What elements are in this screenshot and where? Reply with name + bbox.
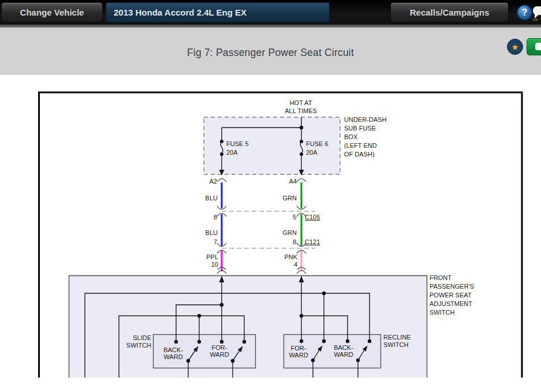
seat-switch-box <box>69 276 427 378</box>
wire-color-ppl: PPL <box>193 253 218 262</box>
slide-backward-line2: WARD <box>157 353 189 361</box>
slide-switch-label-line2: SWITCH <box>121 342 151 350</box>
switch-box-label-line1: FRONT <box>430 274 452 282</box>
pin-8-c121: 8 <box>279 238 296 247</box>
pin-8-c105: 8 <box>200 214 217 222</box>
wire-color-pnk: PNK <box>273 253 297 262</box>
pin-4: 4 <box>279 261 297 269</box>
fuse6-rating: 20A <box>306 149 318 157</box>
fuse-box-label-line3: BOX <box>344 133 357 141</box>
wire-color-grn-2: GRN <box>272 229 297 237</box>
wire-color-grn-1: GRN <box>272 195 297 203</box>
power-source-label-line1: HOT AT <box>281 99 321 107</box>
wiring-diagram-svg <box>0 0 541 392</box>
pin-5-c105: 5 <box>279 214 296 222</box>
switch-box-label-line5: SWITCH <box>430 309 454 317</box>
app-window: Change Vehicle 2013 Honda Accord 2.4L En… <box>0 0 541 392</box>
switch-box-label-line2: PASSENGER'S <box>430 283 474 291</box>
connector-c105-link[interactable]: C105 <box>305 214 320 222</box>
wiring-diagram: HOT AT ALL TIMES UNDER-DASH SUB FUSE BOX… <box>0 0 541 392</box>
fuse5-rating: 20A <box>226 149 238 157</box>
wire-color-blu-2: BLU <box>193 229 218 237</box>
connector-lines <box>222 211 315 248</box>
recline-switch-label-line1: RECLINE <box>383 334 411 342</box>
fuse-box-label-line4: (LEFT END <box>344 142 377 150</box>
switch-box-label-line3: POWER SEAT <box>430 292 472 300</box>
fuse6-name: FUSE 6 <box>306 140 329 148</box>
pin-10: 10 <box>200 261 218 269</box>
fuse-box-label-line2: SUB FUSE <box>344 125 376 133</box>
recline-backward-line2: WARD <box>327 351 360 359</box>
slide-forward-line2: WARD <box>203 351 236 359</box>
switch-box-label-line4: ADJUSTMENT <box>430 300 472 308</box>
power-source-label-line2: ALL TIMES <box>281 107 321 115</box>
pin-a2: A2 <box>194 178 217 186</box>
fuse-box-label-line5: OF DASH) <box>344 151 375 159</box>
recline-forward-line2: WARD <box>282 352 315 360</box>
recline-switch-label-line2: SWITCH <box>383 341 408 349</box>
pin-7-c121: 7 <box>200 238 217 247</box>
slide-switch-label-line1: SLIDE <box>121 334 151 342</box>
connector-c121-link[interactable]: C121 <box>305 238 320 247</box>
wire-color-blu-1: BLU <box>193 195 218 203</box>
fuse5-name: FUSE 5 <box>226 140 249 148</box>
fuse-box-label-line1: UNDER-DASH <box>344 116 386 124</box>
pin-a4: A4 <box>274 178 297 186</box>
